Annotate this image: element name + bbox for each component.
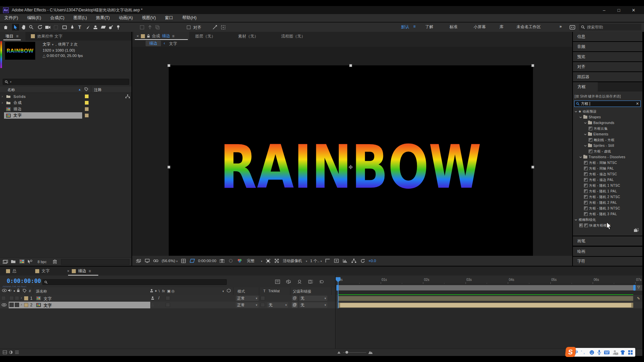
maximize-button[interactable]: □	[611, 6, 626, 14]
panel-header-paint[interactable]: 绘画	[573, 247, 642, 256]
chevron-down-icon[interactable]	[584, 133, 587, 136]
keyboard-icon[interactable]	[604, 351, 609, 354]
workspace-tab-standard[interactable]: 标准	[449, 24, 458, 30]
login-account-icon[interactable]: 21	[612, 350, 617, 355]
effects-tree-item[interactable]: ✱动画预设	[573, 109, 642, 114]
new-composition-icon[interactable]	[19, 259, 24, 263]
mask-visibility-toggle-icon[interactable]	[190, 258, 195, 263]
workspace-tab-default[interactable]: 默认	[401, 24, 409, 30]
view-layout-dropdown[interactable]: 1 个.. ▾	[310, 258, 322, 263]
shy-switch-icon[interactable]	[151, 303, 154, 307]
frame-blend-icon[interactable]	[308, 280, 313, 284]
panel-header-audio[interactable]: 音频	[573, 42, 642, 51]
pickwhip-icon[interactable]: @	[292, 302, 298, 308]
mask-mode-icon[interactable]	[139, 24, 146, 31]
effects-tree-item[interactable]: Sprites - Still	[573, 143, 642, 148]
timeline-tab-stroke[interactable]: × 描边 ≡	[67, 266, 91, 276]
hide-shy-layers-icon[interactable]	[297, 280, 302, 284]
toolbox-icon[interactable]	[628, 350, 633, 355]
layer-row-2[interactable]: › 2 文字 / 正常▾ 无▾ @ 无▾	[0, 302, 336, 308]
align-checkbox[interactable]	[185, 24, 192, 31]
shape-tool-icon[interactable]	[61, 24, 68, 31]
selection-handle[interactable]	[531, 166, 534, 169]
selection-tool-icon[interactable]	[12, 24, 19, 31]
workspace-tab-unnamed[interactable]: 未命名工作区	[517, 24, 541, 30]
trkmat-dropdown[interactable]: 无▾	[267, 302, 288, 308]
effects-search-input[interactable]: 方框 ✕	[574, 101, 641, 107]
panel-header-preview[interactable]: 预览	[573, 52, 642, 61]
label-color-swatch[interactable]	[85, 101, 89, 105]
new-folder-icon[interactable]	[11, 259, 16, 263]
sogou-logo-icon[interactable]: S	[565, 347, 576, 357]
tab-flowchart[interactable]: 流程图（无）	[281, 34, 305, 39]
bit-depth-label[interactable]: 8 bpc	[38, 260, 47, 264]
effects-tree-item[interactable]: Shapes	[573, 114, 642, 120]
effects-tree-item[interactable]: Backgrounds	[573, 120, 642, 126]
workspace-tab-libraries[interactable]: 库	[499, 24, 503, 30]
effects-tree-item[interactable]: 方框 - 随机 1 PAL	[573, 188, 642, 194]
source-name-column[interactable]: 源名称	[36, 289, 47, 294]
column-name[interactable]: 名称	[7, 87, 15, 93]
pickwhip-icon[interactable]: @	[292, 296, 298, 301]
effects-tree-item[interactable]: 方框 - 随机 1 NTSC	[573, 183, 642, 188]
workspace-tab-learn[interactable]: 了解	[425, 24, 433, 30]
minimize-button[interactable]: –	[597, 6, 611, 14]
always-preview-icon[interactable]	[136, 258, 141, 263]
chevron-down-icon[interactable]	[579, 156, 582, 159]
effects-tree-item[interactable]: 方框 - 虚线	[573, 148, 642, 154]
motion-blur-icon[interactable]	[319, 280, 324, 284]
lock-icon[interactable]	[147, 34, 150, 38]
effects-tree-item[interactable]: 方框 - 随机 2 NTSC	[573, 194, 642, 200]
quality-switch-icon[interactable]: /	[158, 302, 159, 307]
tab-effects-presets[interactable]: 方框	[573, 82, 598, 92]
effects-tree-item[interactable]: 方框 - 随机 2 PAL	[573, 200, 642, 205]
effects-tree-item[interactable]: 方框 - 同轴 NTSC	[573, 160, 642, 166]
viewer-timecode[interactable]: 0:00:00:00	[198, 259, 216, 263]
breadcrumb-parent[interactable]: 文字	[169, 41, 177, 47]
grid-options-icon[interactable]	[220, 24, 227, 31]
close-tab-icon[interactable]: ×	[67, 269, 69, 274]
expand-transfer-controls-icon[interactable]	[9, 350, 13, 354]
column-comment[interactable]: 注释	[94, 87, 102, 93]
shy-switch-icon[interactable]	[151, 296, 154, 300]
selection-handle[interactable]	[531, 64, 534, 67]
panel-header-align[interactable]: 对齐	[573, 62, 642, 71]
layer-bar-2[interactable]	[338, 303, 633, 308]
chevron-down-icon[interactable]	[575, 219, 577, 221]
exposure-value[interactable]: +0.0	[369, 259, 376, 263]
camera-view-dropdown[interactable]: 活动摄像机 ▾	[283, 258, 307, 263]
roto-brush-tool-icon[interactable]	[107, 24, 114, 31]
menu-composition[interactable]: 合成(C)	[50, 15, 64, 21]
layer-name[interactable]: 文字	[44, 303, 52, 308]
selection-handle[interactable]	[167, 166, 170, 169]
menu-window[interactable]: 窗口	[165, 15, 173, 21]
draft3d-icon[interactable]	[286, 280, 291, 284]
zoom-slider-handle[interactable]	[345, 351, 348, 354]
eye-icon[interactable]	[2, 303, 6, 306]
workspace-overflow-chevron[interactable]: »	[559, 24, 562, 29]
pan-behind-tool-icon[interactable]	[52, 24, 59, 31]
home-tool-icon[interactable]	[2, 24, 9, 31]
footage-thumbnail[interactable]: RAINBOW	[5, 42, 35, 60]
effects-tree-item[interactable]: 方框 - 同轴 PAL	[573, 166, 642, 171]
parent-dropdown[interactable]: 无▾	[299, 302, 327, 308]
expander-icon[interactable]: ›	[2, 101, 3, 105]
mini-flowchart-icon[interactable]	[275, 280, 280, 284]
zoom-tool-icon[interactable]	[28, 24, 35, 31]
panel-menu-icon[interactable]: ≡	[16, 34, 18, 39]
menu-view[interactable]: 视图(V)	[142, 15, 156, 21]
snapshot-icon[interactable]	[219, 258, 225, 263]
close-tab-icon[interactable]: ×	[137, 34, 139, 39]
project-item-compositions-folder[interactable]: › 合成	[0, 100, 131, 106]
hand-tool-icon[interactable]	[20, 24, 27, 31]
effects-tree-item[interactable]: 雕刻线 - 方框	[573, 137, 642, 143]
pen-tool-icon[interactable]	[69, 24, 76, 31]
choose-grid-icon[interactable]	[181, 258, 186, 263]
effects-tree-item[interactable]: 方框 - 描边 PAL	[573, 177, 642, 183]
mask-feather-icon[interactable]	[146, 24, 153, 31]
effects-tree-item[interactable]: 方框 - 描边 NTSC	[573, 171, 642, 177]
show-snapshot-icon[interactable]	[228, 258, 234, 263]
brush-tool-icon[interactable]	[84, 24, 91, 31]
adjustment-layer-icon[interactable]	[28, 259, 32, 264]
breadcrumb-current[interactable]: 描边	[146, 41, 161, 46]
